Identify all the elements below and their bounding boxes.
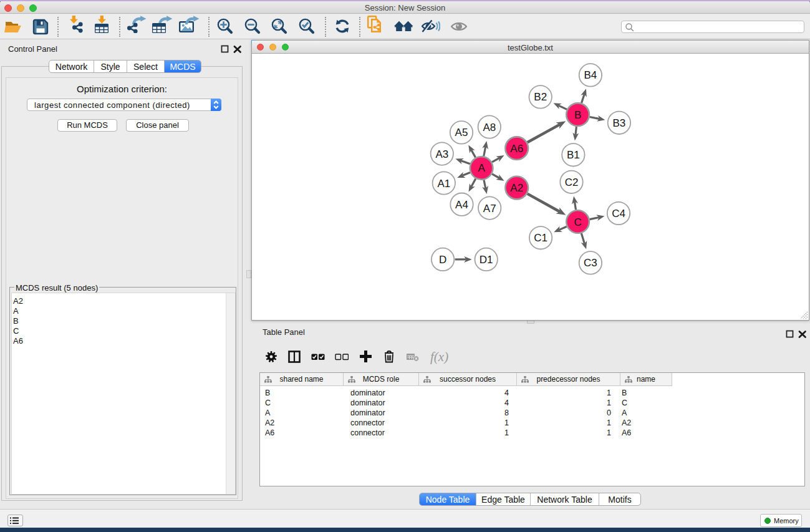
svg-text:A8: A8 xyxy=(483,122,496,133)
svg-text:A5: A5 xyxy=(455,127,468,138)
svg-text:B3: B3 xyxy=(613,117,626,129)
svg-text:A1: A1 xyxy=(437,178,450,190)
svg-text:C4: C4 xyxy=(612,208,625,220)
svg-text:C1: C1 xyxy=(534,232,547,244)
svg-text:B2: B2 xyxy=(534,91,547,103)
svg-text:A6: A6 xyxy=(510,143,523,155)
svg-text:D1: D1 xyxy=(480,254,493,266)
svg-text:A2: A2 xyxy=(510,182,523,194)
svg-text:D: D xyxy=(439,254,446,266)
svg-text:B1: B1 xyxy=(567,149,580,161)
svg-text:C3: C3 xyxy=(584,257,597,269)
svg-text:B4: B4 xyxy=(584,69,597,81)
svg-text:A7: A7 xyxy=(483,203,496,215)
svg-text:C: C xyxy=(574,216,581,228)
svg-text:B: B xyxy=(574,109,581,121)
svg-text:A3: A3 xyxy=(435,148,448,160)
svg-text:A: A xyxy=(478,162,485,174)
svg-text:C2: C2 xyxy=(565,177,579,188)
svg-text:A4: A4 xyxy=(455,199,468,211)
